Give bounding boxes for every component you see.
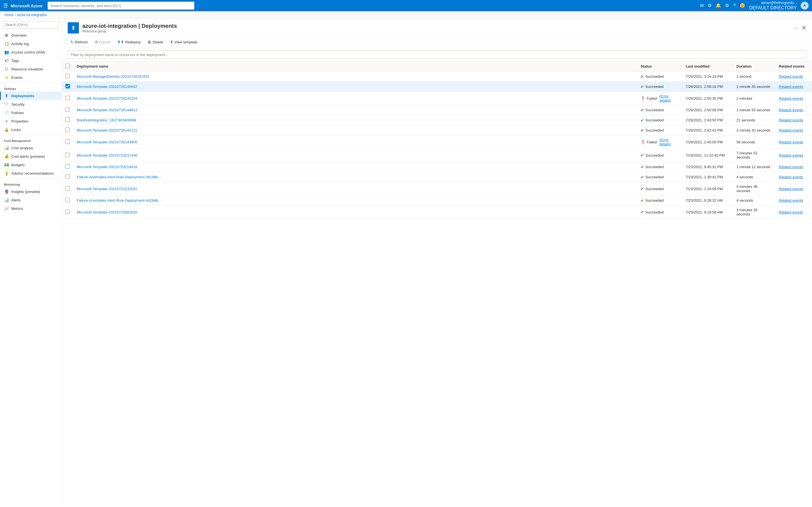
- sidebar-search-input[interactable]: [3, 21, 59, 29]
- redeploy-button[interactable]: ⬆⬆ Redeploy: [114, 38, 144, 46]
- table-row: Microsoft.Template-20210723091620✔Succee…: [62, 206, 812, 219]
- related-events-link[interactable]: Related events: [779, 187, 803, 191]
- breadcrumb-home[interactable]: Home: [4, 13, 13, 17]
- sidebar-item-label: Insights (preview): [11, 189, 40, 194]
- events-icon: ⚡: [4, 75, 9, 80]
- search-input[interactable]: [48, 2, 194, 10]
- related-events-link[interactable]: Related events: [779, 175, 803, 179]
- view-template-button[interactable]: ⬇ View template: [167, 38, 200, 46]
- duration-cell: 7 minutes 52 seconds: [733, 149, 775, 162]
- row-checkbox-12[interactable]: [65, 210, 70, 214]
- status-text: Succeeded: [645, 210, 664, 214]
- sidebar-item-tags[interactable]: 🏷 Tags: [0, 56, 62, 65]
- deployment-name-link[interactable]: Failure-Anomalies-Alert-Rule-Deployment-…: [77, 175, 161, 179]
- error-details-link[interactable]: (Error details): [659, 94, 679, 103]
- page-header-right: ··· ✕: [794, 24, 806, 31]
- related-events-link[interactable]: Related events: [779, 84, 803, 89]
- deployment-name-link[interactable]: Microsoft.Template-20210726145642: [77, 84, 137, 89]
- help-icon[interactable]: ?: [733, 3, 735, 8]
- row-checkbox-2[interactable]: [65, 96, 70, 100]
- sidebar-item-activity-log[interactable]: 📋 Activity log: [0, 40, 62, 48]
- cancel-button[interactable]: ⊘ Cancel: [92, 38, 113, 46]
- filter-bar: [62, 48, 812, 61]
- sidebar-item-deployments[interactable]: ⬆ Deployments: [0, 92, 62, 100]
- row-checkbox-7[interactable]: [65, 153, 70, 157]
- related-events-link[interactable]: Related events: [779, 96, 803, 101]
- row-checkbox-1[interactable]: [65, 84, 70, 89]
- row-checkbox-5[interactable]: [65, 128, 70, 132]
- row-checkbox-9[interactable]: [65, 174, 70, 179]
- sidebar-item-access-control[interactable]: 👥 Access control (IAM): [0, 48, 62, 56]
- sidebar-item-resource-visualizer[interactable]: ⬡ Resource visualizer: [0, 65, 62, 73]
- filter-input[interactable]: [68, 50, 806, 59]
- select-all-checkbox[interactable]: [65, 64, 70, 68]
- sidebar-item-policies[interactable]: 📄 Policies: [0, 108, 62, 117]
- sidebar-item-metrics[interactable]: 📈 Metrics: [0, 204, 62, 213]
- deployment-name-link[interactable]: Microsoft.ManagedIdentity-20210726151551: [77, 74, 149, 78]
- sidebar-item-budgets[interactable]: 💵 Budgets: [0, 161, 62, 169]
- sidebar-item-security[interactable]: 🛡 Security: [0, 100, 62, 108]
- related-events-link[interactable]: Related events: [779, 74, 803, 78]
- feedback2-icon[interactable]: 😊: [740, 3, 745, 8]
- hamburger-menu[interactable]: ☰: [3, 3, 8, 9]
- row-checkbox-0[interactable]: [65, 74, 70, 78]
- last-modified-cell: 7/26/2021, 2:50:09 PM: [682, 105, 733, 115]
- ellipsis-button[interactable]: ···: [794, 25, 798, 31]
- cloud-shell-icon[interactable]: ⚙: [708, 3, 712, 8]
- sidebar-item-cost-alerts[interactable]: 💰 Cost alerts (preview): [0, 152, 62, 161]
- close-button[interactable]: ✕: [802, 24, 806, 31]
- duration-cell: 3 minutes 36 seconds: [733, 182, 775, 195]
- feedback-icon[interactable]: ✉: [700, 3, 704, 8]
- deployment-name-link[interactable]: Microsoft.Template-20210726143905: [77, 140, 137, 144]
- sidebar-item-advisor[interactable]: 💡 Advisor recommendations: [0, 169, 62, 177]
- deployment-name-link[interactable]: Microsoft.Template-20210726144813: [77, 108, 137, 112]
- related-events-link[interactable]: Related events: [779, 165, 803, 169]
- deployment-name-link[interactable]: Microsoft.Template-20210723132031: [77, 187, 137, 191]
- refresh-button[interactable]: ↻ Refresh: [68, 38, 91, 46]
- related-events-link[interactable]: Related events: [779, 210, 803, 214]
- sidebar-item-properties[interactable]: ≡ Properties: [0, 117, 62, 125]
- related-events-link[interactable]: Related events: [779, 118, 803, 122]
- duration-cell: 3 minutes 35 seconds: [733, 206, 775, 219]
- deployment-name-link[interactable]: Microsoft.Template-20210726145334: [77, 96, 137, 101]
- row-checkbox-8[interactable]: [65, 164, 70, 169]
- page-subtitle: Resource group: [82, 29, 177, 33]
- related-events-link[interactable]: Related events: [779, 128, 803, 132]
- row-checkbox-11[interactable]: [65, 198, 70, 202]
- status-text: Succeeded: [645, 175, 664, 179]
- sidebar-item-insights[interactable]: 🔮 Insights (preview): [0, 187, 62, 196]
- sidebar-item-locks[interactable]: 🔒 Locks: [0, 125, 62, 134]
- table-row: Microsoft.Template-20210723132031✔Succee…: [62, 182, 812, 195]
- sidebar-item-events[interactable]: ⚡ Events: [0, 73, 62, 82]
- topbar: ☰ Microsoft Azure ✉ ⚙ 🔔 ⚙ ? 😊 adrian@the…: [0, 0, 812, 11]
- row-checkbox-10[interactable]: [65, 186, 70, 191]
- deployment-name-link[interactable]: Microsoft.Template-20210723091620: [77, 210, 137, 214]
- user-menu[interactable]: adrian@thethingsindu... DEFAULT DIRECTOR…: [749, 1, 797, 10]
- deployment-name-link[interactable]: Microsoft.Template-20210723231446: [77, 153, 137, 158]
- duration-cell: 1 minute 20 seconds: [733, 125, 775, 135]
- sidebar-item-alerts[interactable]: 📊 Alerts: [0, 196, 62, 204]
- select-all-header[interactable]: [62, 61, 73, 71]
- deployment-name-link[interactable]: ttsiothubintegration_1627303406998: [77, 118, 136, 122]
- breadcrumb-resource[interactable]: azure-iot-integration: [17, 13, 47, 17]
- delete-button[interactable]: 🗑 Delete: [145, 38, 166, 46]
- sidebar-item-overview[interactable]: ⊞ Overview: [0, 31, 62, 40]
- row-checkbox-6[interactable]: [65, 139, 70, 144]
- avatar[interactable]: A: [801, 2, 809, 10]
- row-checkbox-3[interactable]: [65, 107, 70, 112]
- related-events-link[interactable]: Related events: [779, 140, 803, 144]
- related-events-link[interactable]: Related events: [779, 108, 803, 112]
- deployment-name-link[interactable]: Failure-Anomalies-Alert-Rule-Deployment-…: [77, 198, 161, 203]
- row-checkbox-4[interactable]: [65, 117, 70, 122]
- deployment-name-link[interactable]: Microsoft.Template-20210726144121: [77, 128, 137, 132]
- notifications-icon[interactable]: 🔔: [716, 3, 721, 8]
- sidebar-item-cost-analysis[interactable]: 📊 Cost analysis: [0, 144, 62, 152]
- deployment-name-link[interactable]: Microsoft.Template-20210723214418: [77, 165, 137, 169]
- related-events-link[interactable]: Related events: [779, 198, 803, 203]
- related-events-link[interactable]: Related events: [779, 153, 803, 158]
- error-details-link[interactable]: (Error details): [659, 138, 679, 146]
- duration-cell: 4 seconds: [733, 172, 775, 182]
- col-deployment-name: Deployment name: [73, 61, 637, 71]
- settings-icon[interactable]: ⚙: [725, 3, 729, 8]
- duration-cell: 1 minute 35 seconds: [733, 82, 775, 92]
